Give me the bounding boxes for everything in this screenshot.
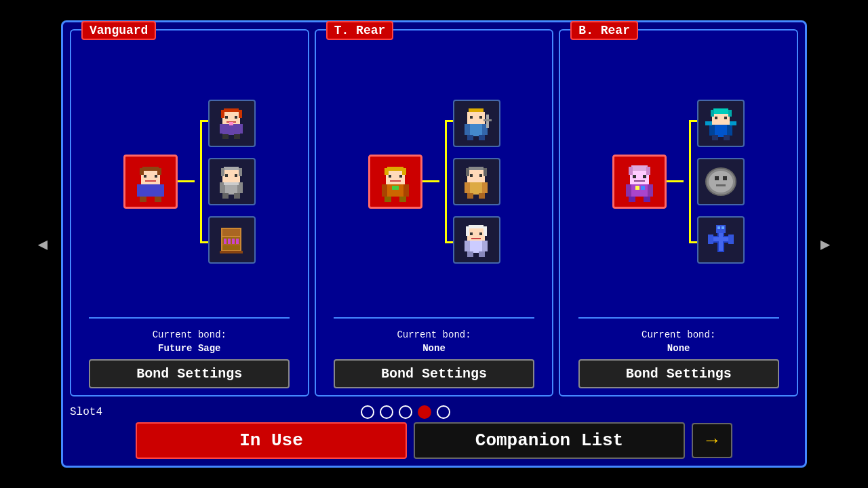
b-rear-bond-btn[interactable]: Bond Settings	[578, 359, 779, 388]
svg-rect-79	[467, 193, 473, 199]
companion-list-button[interactable]: Companion List	[414, 422, 685, 459]
nav-left-button[interactable]: ◀	[33, 224, 53, 264]
svg-rect-36	[224, 182, 239, 185]
svg-rect-58	[392, 186, 399, 190]
svg-rect-30	[235, 174, 237, 177]
svg-rect-95	[629, 167, 633, 175]
svg-rect-75	[479, 174, 482, 177]
action-buttons: In Use Companion List →	[70, 422, 798, 459]
svg-rect-9	[159, 184, 164, 197]
svg-rect-41	[228, 239, 231, 244]
t-rear-v-line	[445, 120, 447, 243]
b-rear-main-char[interactable]	[612, 155, 667, 209]
svg-rect-66	[467, 135, 473, 140]
vanguard-comp-3[interactable]	[208, 216, 256, 264]
svg-rect-11	[155, 197, 161, 202]
svg-rect-28	[239, 168, 242, 176]
vanguard-column: Vanguard	[70, 29, 309, 396]
svg-rect-107	[713, 108, 728, 114]
t-rear-bond-btn[interactable]: Bond Settings	[334, 359, 534, 388]
page-dots	[361, 405, 450, 419]
svg-rect-55	[403, 184, 409, 197]
svg-rect-106	[641, 186, 645, 190]
nav-right-button[interactable]: ▶	[815, 224, 835, 264]
svg-rect-34	[222, 193, 229, 199]
t-rear-comp-3[interactable]	[453, 216, 500, 264]
t-rear-main-char[interactable]	[368, 155, 422, 209]
game-container: ◀ ▶ Vanguard	[0, 0, 868, 488]
vanguard-h-bot	[200, 241, 208, 243]
svg-rect-8	[137, 184, 142, 197]
svg-rect-16	[225, 116, 228, 119]
b-rear-bond-info: Current bond: None	[642, 329, 715, 354]
page-dot-3[interactable]	[399, 405, 412, 419]
svg-rect-117	[724, 135, 730, 140]
svg-rect-131	[717, 226, 720, 229]
svg-rect-26	[222, 170, 240, 182]
t-rear-comp-1[interactable]	[453, 100, 500, 147]
svg-rect-10	[140, 197, 146, 202]
svg-rect-25	[224, 167, 239, 170]
svg-rect-23	[234, 134, 240, 139]
svg-rect-91	[467, 251, 473, 257]
svg-rect-85	[470, 232, 473, 235]
svg-rect-46	[387, 167, 403, 171]
svg-rect-109	[711, 110, 714, 117]
svg-rect-103	[629, 197, 635, 202]
svg-rect-57	[399, 197, 406, 202]
vanguard-comp-1[interactable]	[208, 100, 256, 147]
t-rear-h-bot	[445, 241, 453, 243]
svg-rect-24	[229, 122, 233, 125]
vanguard-divider	[89, 317, 290, 319]
svg-rect-111	[715, 117, 717, 119]
page-dot-1[interactable]	[361, 405, 374, 419]
svg-rect-51	[399, 175, 402, 178]
next-arrow-button[interactable]: →	[692, 423, 732, 458]
b-rear-bond-value: None	[642, 343, 715, 354]
svg-rect-43	[236, 239, 239, 244]
svg-rect-96	[646, 167, 650, 175]
svg-rect-45	[220, 251, 243, 253]
svg-point-121	[709, 171, 733, 192]
svg-rect-74	[470, 174, 473, 177]
svg-rect-115	[727, 125, 732, 136]
page-dot-4[interactable]	[418, 405, 431, 419]
svg-rect-124	[716, 184, 726, 186]
t-rear-bond-label: Current bond:	[397, 329, 471, 340]
vanguard-comp-2[interactable]	[208, 158, 256, 205]
svg-rect-102	[648, 184, 653, 197]
svg-rect-90	[482, 241, 488, 251]
svg-rect-61	[470, 116, 473, 119]
b-rear-comp-3[interactable]	[697, 216, 745, 264]
svg-rect-105	[635, 186, 639, 190]
vanguard-v-line	[200, 120, 202, 243]
vanguard-bond-btn[interactable]: Bond Settings	[89, 359, 290, 388]
svg-rect-81	[469, 225, 484, 228]
vanguard-h-connector	[178, 180, 195, 182]
page-dot-5[interactable]	[437, 405, 450, 419]
svg-rect-50	[389, 175, 391, 178]
t-rear-chars	[323, 51, 546, 312]
b-rear-h-top	[689, 120, 697, 122]
svg-rect-42	[232, 239, 235, 244]
vanguard-chars	[78, 51, 301, 312]
svg-rect-38	[222, 229, 240, 236]
t-rear-bond-value: None	[397, 343, 471, 354]
svg-rect-3	[157, 168, 161, 175]
t-rear-title: T. Rear	[326, 21, 394, 40]
t-rear-comp-2[interactable]	[453, 158, 500, 205]
svg-rect-86	[479, 232, 482, 235]
svg-rect-110	[728, 110, 732, 117]
svg-rect-78	[482, 182, 488, 193]
vanguard-h-top	[200, 120, 208, 122]
in-use-button[interactable]: In Use	[136, 422, 407, 459]
svg-rect-97	[633, 175, 636, 178]
vanguard-main-char[interactable]	[123, 155, 178, 209]
b-rear-comp-2[interactable]	[697, 158, 745, 205]
b-rear-right-chars	[697, 96, 745, 267]
b-rear-comp-1[interactable]	[697, 100, 745, 147]
page-dot-2[interactable]	[380, 405, 393, 419]
svg-rect-93	[631, 165, 648, 171]
svg-rect-62	[479, 116, 482, 119]
svg-rect-80	[479, 193, 485, 199]
